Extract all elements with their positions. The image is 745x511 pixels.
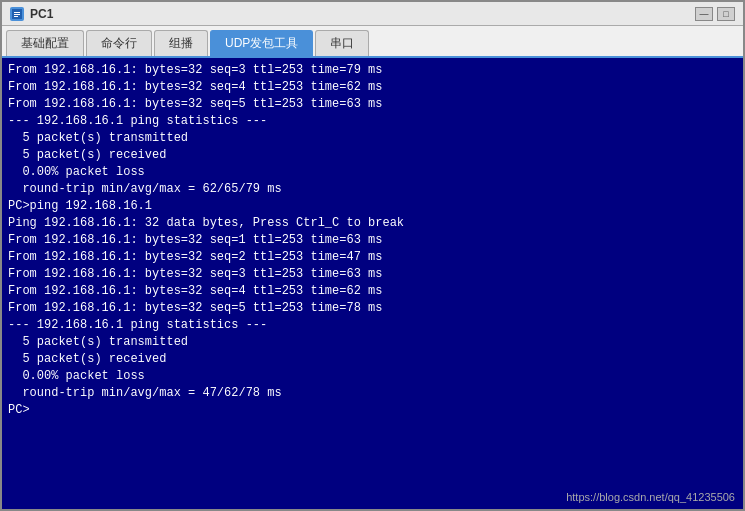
terminal-line-5: 5 packet(s) transmitted (8, 130, 737, 147)
terminal-line-0: From 192.168.16.1: bytes=32 seq=3 ttl=25… (8, 62, 737, 79)
svg-rect-1 (14, 12, 20, 13)
terminal-line-19: --- 192.168.16.1 ping statistics --- (8, 317, 737, 334)
terminal-line-17: From 192.168.16.1: bytes=32 seq=5 ttl=25… (8, 300, 737, 317)
watermark: https://blog.csdn.net/qq_41235506 (566, 491, 735, 503)
terminal-line-25: PC> (8, 402, 737, 419)
tab-1[interactable]: 命令行 (86, 30, 152, 56)
terminal-line-6: 5 packet(s) received (8, 147, 737, 164)
main-window: PC1 — □ 基础配置命令行组播UDP发包工具串口 From 192.168.… (0, 0, 745, 511)
terminal-line-4: --- 192.168.16.1 ping statistics --- (8, 113, 737, 130)
terminal-line-8: round-trip min/avg/max = 62/65/79 ms (8, 181, 737, 198)
terminal-line-12: Ping 192.168.16.1: 32 data bytes, Press … (8, 215, 737, 232)
maximize-button[interactable]: □ (717, 7, 735, 21)
terminal-line-10: PC>ping 192.168.16.1 (8, 198, 737, 215)
terminal-line-14: From 192.168.16.1: bytes=32 seq=2 ttl=25… (8, 249, 737, 266)
window-icon (10, 7, 24, 21)
tab-0[interactable]: 基础配置 (6, 30, 84, 56)
window-title: PC1 (30, 7, 53, 21)
svg-rect-3 (14, 16, 18, 17)
terminal-line-2: From 192.168.16.1: bytes=32 seq=5 ttl=25… (8, 96, 737, 113)
minimize-button[interactable]: — (695, 7, 713, 21)
terminal-line-15: From 192.168.16.1: bytes=32 seq=3 ttl=25… (8, 266, 737, 283)
terminal-line-7: 0.00% packet loss (8, 164, 737, 181)
title-controls: — □ (695, 7, 735, 21)
tab-bar: 基础配置命令行组播UDP发包工具串口 (2, 26, 743, 58)
terminal-line-22: 0.00% packet loss (8, 368, 737, 385)
terminal-line-13: From 192.168.16.1: bytes=32 seq=1 ttl=25… (8, 232, 737, 249)
terminal-line-16: From 192.168.16.1: bytes=32 seq=4 ttl=25… (8, 283, 737, 300)
terminal-window[interactable]: From 192.168.16.1: bytes=32 seq=3 ttl=25… (2, 58, 743, 509)
title-bar: PC1 — □ (2, 2, 743, 26)
terminal-line-21: 5 packet(s) received (8, 351, 737, 368)
title-bar-left: PC1 (10, 7, 53, 21)
terminal-line-1: From 192.168.16.1: bytes=32 seq=4 ttl=25… (8, 79, 737, 96)
terminal-line-23: round-trip min/avg/max = 47/62/78 ms (8, 385, 737, 402)
tab-2[interactable]: 组播 (154, 30, 208, 56)
terminal-line-20: 5 packet(s) transmitted (8, 334, 737, 351)
tab-4[interactable]: 串口 (315, 30, 369, 56)
tab-3[interactable]: UDP发包工具 (210, 30, 313, 56)
svg-rect-2 (14, 14, 20, 15)
